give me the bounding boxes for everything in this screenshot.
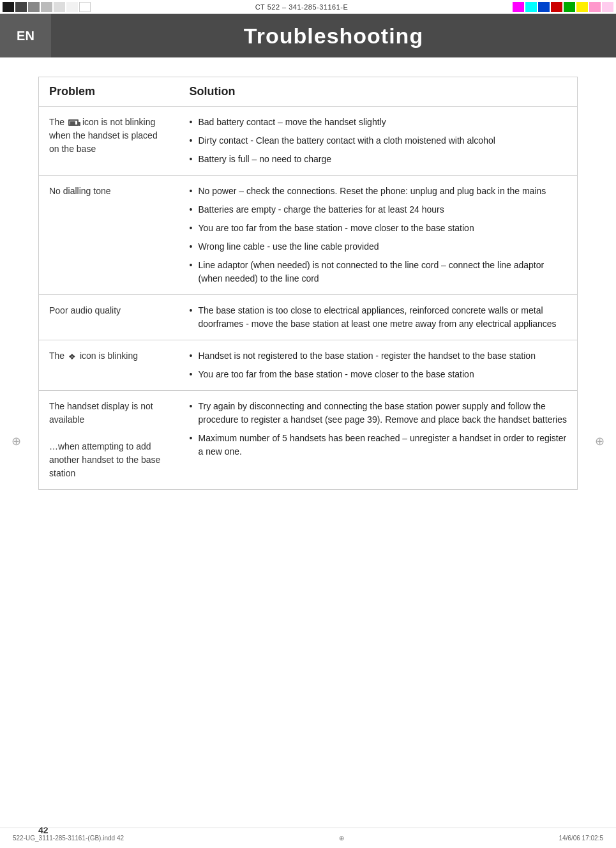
- table-row: The icon is not blinking when the handse…: [39, 107, 578, 176]
- solution-item: No power – check the connections. Reset …: [190, 185, 567, 198]
- solution-item: Line adaptor (when needed) is not connec…: [190, 259, 567, 285]
- swatch-light-pink: [602, 2, 613, 12]
- solution-list-2: No power – check the connections. Reset …: [190, 185, 567, 285]
- swatch-white: [79, 2, 91, 12]
- solution-cell-3: The base station is too close to electri…: [179, 295, 578, 340]
- solution-list-1: Bad battery contact – move the handset s…: [190, 116, 567, 166]
- swatch-yellow: [576, 2, 588, 12]
- solution-cell-2: No power – check the connections. Reset …: [179, 176, 578, 295]
- swatch-cyan: [525, 2, 537, 12]
- solution-cell-5: Try again by disconnecting and connectin…: [179, 391, 578, 490]
- table-row: The ❖ icon is blinking Handset is not re…: [39, 340, 578, 391]
- solution-cell-1: Bad battery contact – move the handset s…: [179, 107, 578, 176]
- solution-item: Handset is not registered to the base st…: [190, 349, 567, 363]
- color-swatches-left: [0, 0, 93, 13]
- color-bar-text: CT 522 – 341-285-31161-E: [93, 0, 510, 13]
- solution-list-4: Handset is not registered to the base st…: [190, 349, 567, 381]
- swatch-blue: [538, 2, 550, 12]
- solution-cell-4: Handset is not registered to the base st…: [179, 340, 578, 391]
- swatch-gray: [28, 2, 40, 12]
- solution-column-header: Solution: [179, 77, 578, 107]
- swatch-pink: [589, 2, 601, 12]
- registration-mark-right: ⊕: [595, 434, 605, 448]
- title-bar: Troubleshooting: [51, 14, 616, 57]
- problem-column-header: Problem: [39, 77, 179, 107]
- solution-item: The base station is too close to electri…: [190, 304, 567, 331]
- solution-item: Maximum number of 5 handsets has been re…: [190, 432, 567, 458]
- solution-item: Try again by disconnecting and connectin…: [190, 400, 567, 427]
- table-header-row: Problem Solution: [39, 77, 578, 107]
- page-header: EN Troubleshooting: [0, 14, 616, 57]
- solution-list-5: Try again by disconnecting and connectin…: [190, 400, 567, 458]
- problem-cell-1: The icon is not blinking when the handse…: [39, 107, 179, 176]
- problem-cell-5: The handset display is not available…whe…: [39, 391, 179, 490]
- table-row: No dialling tone No power – check the co…: [39, 176, 578, 295]
- color-swatches-right: [510, 0, 616, 13]
- problem-cell-2: No dialling tone: [39, 176, 179, 295]
- footer-right: 14/6/06 17:02:5: [559, 835, 603, 842]
- solution-item: Wrong line cable - use the line cable pr…: [190, 240, 567, 254]
- solution-list-3: The base station is too close to electri…: [190, 304, 567, 331]
- swatch-magenta: [513, 2, 524, 12]
- swatch-lighter-gray: [54, 2, 65, 12]
- color-bar: CT 522 – 341-285-31161-E: [0, 0, 616, 14]
- swatch-light-gray: [41, 2, 52, 12]
- swatch-near-white: [66, 2, 78, 12]
- language-badge: EN: [0, 14, 51, 57]
- table-row: Poor audio quality The base station is t…: [39, 295, 578, 340]
- problem-cell-4: The ❖ icon is blinking: [39, 340, 179, 391]
- footer-center-mark: ⊕: [339, 835, 344, 842]
- signal-icon: ❖: [68, 351, 76, 363]
- solution-item: Battery is full – no need to charge: [190, 153, 567, 166]
- main-content: Problem Solution The icon is not blinkin…: [0, 57, 616, 509]
- table-row: The handset display is not available…whe…: [39, 391, 578, 490]
- swatch-red: [551, 2, 562, 12]
- registration-mark-left: ⊕: [11, 434, 21, 448]
- swatch-dark-gray: [15, 2, 27, 12]
- swatch-black: [3, 2, 14, 12]
- battery-icon: [68, 119, 79, 126]
- problem-cell-3: Poor audio quality: [39, 295, 179, 340]
- solution-item: Batteries are empty - charge the batteri…: [190, 203, 567, 216]
- swatch-green: [564, 2, 575, 12]
- solution-item: Bad battery contact – move the handset s…: [190, 116, 567, 129]
- solution-item: Dirty contact - Clean the battery contac…: [190, 134, 567, 148]
- solution-item: You are too far from the base station - …: [190, 222, 567, 235]
- solution-item: You are too far from the base station - …: [190, 368, 567, 381]
- troubleshoot-table: Problem Solution The icon is not blinkin…: [38, 77, 578, 490]
- page-title: Troubleshooting: [244, 24, 423, 49]
- page-footer: 522-UG_3111-285-31161-(GB).indd 42 ⊕ 14/…: [0, 828, 616, 848]
- footer-left: 522-UG_3111-285-31161-(GB).indd 42: [13, 835, 124, 842]
